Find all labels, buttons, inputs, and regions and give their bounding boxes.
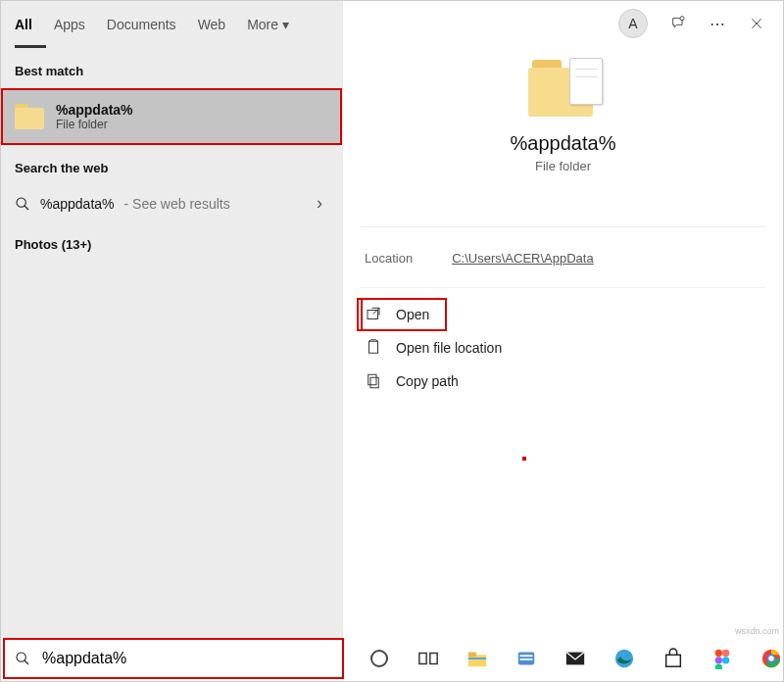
action-copy-path-label: Copy path [396, 373, 459, 389]
tab-documents[interactable]: Documents [107, 5, 176, 44]
location-row: Location C:\Users\ACER\AppData [361, 226, 765, 287]
svg-rect-12 [419, 654, 426, 664]
svg-line-11 [24, 660, 28, 664]
figma-icon[interactable] [710, 647, 734, 670]
svg-point-26 [722, 657, 729, 663]
tab-apps[interactable]: Apps [54, 5, 85, 44]
svg-rect-16 [468, 658, 486, 659]
search-input[interactable] [40, 649, 332, 668]
tab-all[interactable]: All [15, 5, 32, 44]
svg-point-0 [17, 198, 25, 207]
store-icon[interactable] [662, 647, 685, 670]
close-icon[interactable] [748, 15, 765, 32]
svg-rect-7 [369, 341, 378, 353]
search-web-label: Search the web [1, 145, 342, 185]
taskbar-search[interactable] [3, 638, 344, 679]
more-icon[interactable]: ⋯ [709, 15, 726, 32]
feedback-icon[interactable] [669, 15, 687, 32]
tab-web[interactable]: Web [198, 5, 226, 44]
copy-icon [365, 372, 382, 390]
web-result-term: %appdata% [40, 196, 115, 212]
action-copy-path[interactable]: Copy path [361, 365, 765, 398]
file-explorer-icon[interactable] [466, 647, 489, 670]
location-path[interactable]: C:\Users\ACER\AppData [452, 251, 594, 266]
edge-icon[interactable] [612, 647, 636, 670]
svg-rect-8 [368, 374, 376, 385]
svg-point-24 [722, 650, 729, 657]
web-result-suffix: - See web results [124, 196, 230, 212]
action-open-label: Open [396, 307, 429, 322]
search-icon [15, 196, 30, 212]
watermark: wsxdn.com [735, 626, 779, 636]
svg-rect-9 [370, 377, 378, 388]
svg-rect-15 [468, 653, 476, 658]
svg-point-25 [715, 657, 722, 663]
svg-point-2 [680, 17, 684, 21]
folder-location-icon [365, 339, 382, 357]
match-subtitle: File folder [56, 118, 133, 131]
location-label: Location [365, 251, 413, 266]
svg-point-27 [715, 664, 722, 670]
photos-label: Photos (13+) [1, 221, 342, 262]
taskbar [1, 636, 783, 681]
cortana-icon[interactable] [368, 647, 391, 670]
svg-point-21 [615, 650, 633, 667]
open-icon [365, 306, 382, 323]
folder-icon [15, 102, 44, 131]
svg-point-30 [768, 656, 774, 661]
preview-title: %appdata% [361, 132, 765, 155]
active-tab-indicator [15, 45, 46, 48]
svg-rect-18 [520, 655, 533, 657]
annotation-dot [522, 457, 526, 461]
web-result[interactable]: %appdata% - See web results › [1, 185, 342, 221]
action-open[interactable]: Open [357, 298, 447, 331]
best-match-result[interactable]: %appdata% File folder [1, 88, 342, 145]
task-view-icon[interactable] [416, 647, 440, 670]
app-icon[interactable] [514, 647, 538, 670]
svg-rect-19 [520, 658, 533, 660]
mail-icon[interactable] [564, 647, 587, 670]
chevron-down-icon: ▾ [282, 17, 289, 32]
account-avatar[interactable]: A [618, 9, 648, 38]
svg-rect-13 [430, 654, 437, 664]
svg-rect-22 [666, 655, 681, 666]
action-open-file-location[interactable]: Open file location [361, 331, 765, 365]
svg-line-1 [24, 206, 28, 210]
chevron-right-icon: › [317, 193, 328, 214]
result-preview: %appdata% File folder [361, 60, 765, 197]
chrome-icon[interactable] [760, 647, 783, 670]
svg-point-10 [17, 653, 25, 661]
best-match-label: Best match [1, 48, 342, 88]
action-open-file-location-label: Open file location [396, 340, 502, 356]
tab-more[interactable]: More ▾ [247, 5, 289, 44]
search-icon [15, 651, 30, 666]
svg-point-23 [715, 650, 722, 657]
folder-icon [528, 60, 599, 119]
svg-line-6 [373, 308, 379, 314]
preview-subtitle: File folder [361, 159, 765, 173]
match-title: %appdata% [56, 102, 133, 118]
filter-tabs: All Apps Documents Web More ▾ [1, 1, 342, 48]
